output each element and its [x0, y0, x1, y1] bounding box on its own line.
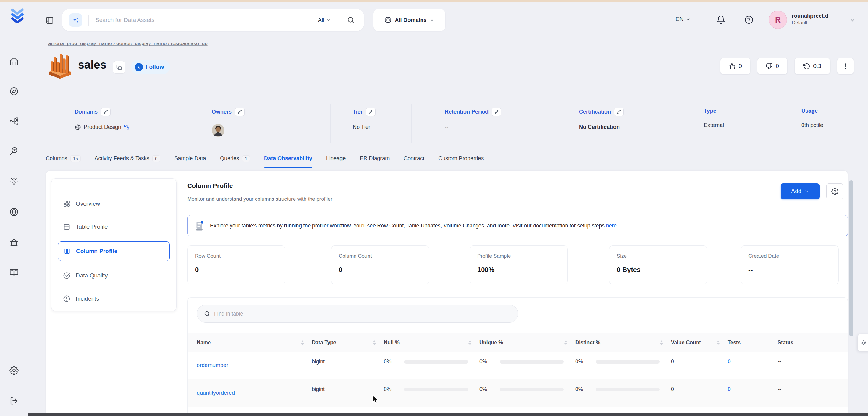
table-row[interactable]: ordernumber bigint 0% 0% 0% 0 0 --: [188, 352, 848, 379]
language-selector[interactable]: EN: [676, 16, 690, 23]
stat-card-column-count: Column Count 0: [331, 246, 429, 284]
sort-icon[interactable]: [717, 341, 720, 345]
search-input[interactable]: [95, 17, 318, 24]
col-header-value-count[interactable]: Value Count: [671, 340, 727, 346]
upvote-button[interactable]: 0: [720, 58, 750, 74]
sort-icon[interactable]: [301, 341, 304, 345]
settings-gear-icon: [9, 366, 19, 375]
column-name-link[interactable]: quantityordered: [197, 390, 235, 396]
sidebar-item-logout[interactable]: [7, 394, 21, 408]
tab-lineage[interactable]: Lineage: [326, 149, 346, 168]
table-row[interactable]: quantityordered bigint 0% 0% 0% 0 0 --: [188, 379, 848, 408]
tab-count-badge: 15: [70, 155, 81, 162]
sidebar-item-insights[interactable]: [7, 175, 21, 188]
stat-card-size: Size 0 Bytes: [609, 246, 707, 284]
help-icon: [744, 15, 753, 24]
meta-usage: Usage 0th pctile: [780, 103, 848, 143]
search-icon: [204, 310, 211, 317]
domains-value[interactable]: Product Design: [84, 124, 121, 130]
tab-queries[interactable]: Queries1: [220, 149, 250, 168]
more-actions-button[interactable]: [837, 58, 854, 74]
sidebar-item-governance[interactable]: [7, 236, 21, 249]
user-avatar[interactable]: R: [769, 11, 787, 29]
panel-resize-handle[interactable]: [858, 334, 868, 351]
tier-value: No Tier: [353, 124, 370, 130]
edit-domains-button[interactable]: [101, 108, 111, 116]
copy-name-button[interactable]: [113, 61, 125, 74]
help-button[interactable]: [744, 15, 753, 24]
stat-card-profile-sample: Profile Sample 100%: [470, 246, 568, 284]
edit-certification-button[interactable]: [614, 108, 624, 116]
search-scope-dropdown[interactable]: All: [318, 17, 331, 24]
horizontal-scrollbar[interactable]: [28, 413, 868, 416]
tab-custom-properties[interactable]: Custom Properties: [438, 149, 484, 168]
notifications-button[interactable]: [716, 15, 725, 24]
edit-owners-button[interactable]: [235, 108, 245, 116]
tab-contract[interactable]: Contract: [404, 149, 424, 168]
user-menu-chevron[interactable]: [850, 18, 855, 23]
sort-icon[interactable]: [468, 341, 471, 345]
profiler-nav-column-profile[interactable]: Column Profile: [58, 242, 169, 261]
search-submit-button[interactable]: [347, 16, 355, 24]
sidebar-item-lineage[interactable]: [7, 115, 21, 128]
null-pct-bar: [404, 388, 468, 391]
ai-search-button[interactable]: [69, 13, 82, 27]
vertical-scrollbar[interactable]: [849, 180, 854, 336]
sidebar-item-explore[interactable]: [7, 85, 21, 98]
sort-icon[interactable]: [564, 341, 567, 345]
find-in-table-input[interactable]: [214, 311, 512, 317]
profiler-settings-button[interactable]: [826, 183, 843, 199]
tests-count-link[interactable]: 0: [727, 358, 731, 365]
col-header-data-type[interactable]: Data Type: [312, 340, 384, 346]
sidebar-toggle-button[interactable]: [45, 16, 54, 25]
profiler-nav-overview[interactable]: Overview: [58, 195, 169, 212]
version-button[interactable]: 0.3: [794, 58, 830, 74]
entity-tabs: Columns15 Activity Feeds & Tasks0 Sample…: [46, 149, 848, 168]
book-open-icon: [9, 268, 19, 277]
panel-subtitle: Monitor and understand your columns stru…: [187, 196, 332, 202]
sort-icon[interactable]: [660, 341, 663, 345]
service-logo: [46, 51, 74, 79]
profiler-workflow-icon: [194, 220, 205, 231]
tests-count-link[interactable]: 0: [727, 386, 731, 392]
breadcrumb[interactable]: athena_prod_display_name / default_displ…: [48, 43, 280, 49]
edit-retention-button[interactable]: [492, 108, 501, 116]
add-button[interactable]: Add: [781, 183, 819, 199]
tab-er-diagram[interactable]: ER Diagram: [360, 149, 390, 168]
domain-selector[interactable]: All Domains: [373, 9, 445, 31]
col-header-name[interactable]: Name: [197, 340, 312, 346]
profiler-nav-table-profile[interactable]: Table Profile: [58, 218, 169, 235]
profiler-nav-incidents[interactable]: Incidents: [58, 290, 169, 307]
col-header-distinct-pct[interactable]: Distinct %: [575, 340, 671, 346]
col-header-unique-pct[interactable]: Unique %: [479, 340, 575, 346]
meta-tier: Tier No Tier: [331, 103, 411, 143]
tab-columns[interactable]: Columns15: [46, 149, 81, 168]
downvote-button[interactable]: 0: [757, 58, 787, 74]
find-in-table: [197, 305, 518, 322]
column-name-link[interactable]: ordernumber: [197, 362, 228, 369]
profiler-nav-data-quality[interactable]: Data Quality: [58, 267, 169, 284]
tab-data-observability[interactable]: Data Observability: [264, 149, 312, 168]
sidebar-item-home[interactable]: [7, 55, 21, 68]
follow-button[interactable]: ★ Follow: [131, 60, 170, 74]
sidebar-item-settings[interactable]: [7, 363, 21, 377]
edit-tier-button[interactable]: [366, 108, 375, 116]
meta-certification: Certification No Certification: [545, 103, 687, 143]
certification-value: No Certification: [579, 124, 620, 130]
chevron-down-icon: [686, 17, 690, 22]
tab-activity-feeds[interactable]: Activity Feeds & Tasks0: [95, 149, 160, 168]
owner-avatar[interactable]: [212, 124, 224, 137]
tab-sample-data[interactable]: Sample Data: [174, 149, 206, 168]
sort-icon[interactable]: [373, 341, 376, 345]
sidebar-item-glossary[interactable]: [7, 265, 21, 279]
globe-icon: [9, 207, 19, 217]
user-info[interactable]: rounakpreet.d Default: [792, 13, 828, 26]
app-logo[interactable]: [8, 5, 26, 23]
panel-title: Column Profile: [187, 182, 233, 189]
banner-docs-link[interactable]: here.: [606, 223, 618, 229]
sidebar-item-observability[interactable]: [7, 145, 21, 158]
thumbs-down-icon: [766, 63, 773, 70]
unique-pct-bar: [500, 360, 564, 363]
col-header-null-pct[interactable]: Null %: [384, 340, 479, 346]
sidebar-item-domains[interactable]: [7, 205, 21, 219]
